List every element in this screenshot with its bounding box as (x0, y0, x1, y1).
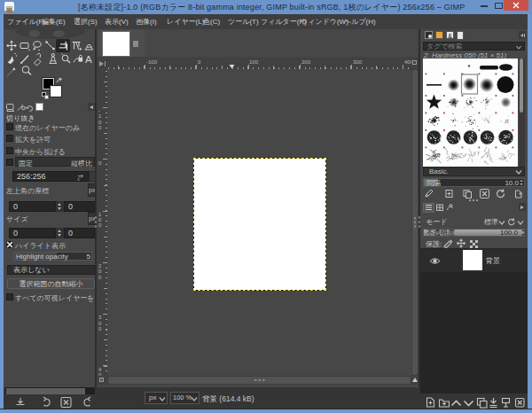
svg-text:0: 0 (98, 275, 102, 280)
svg-text:-100: -100 (146, 59, 158, 65)
svg-text:1: 1 (98, 113, 102, 119)
svg-text:3: 3 (98, 315, 102, 320)
svg-text:0: 0 (98, 269, 102, 274)
svg-text:0: 0 (98, 160, 102, 166)
svg-text:A: A (85, 54, 92, 65)
svg-text:200: 200 (301, 59, 311, 65)
svg-text:100: 100 (249, 59, 259, 65)
svg-text:300: 300 (353, 59, 363, 65)
svg-text:0: 0 (98, 326, 102, 331)
svg-text:0: 0 (98, 222, 102, 228)
svg-text:0: 0 (198, 59, 201, 65)
svg-text:400: 400 (404, 59, 411, 65)
svg-text:0: 0 (98, 125, 102, 130)
